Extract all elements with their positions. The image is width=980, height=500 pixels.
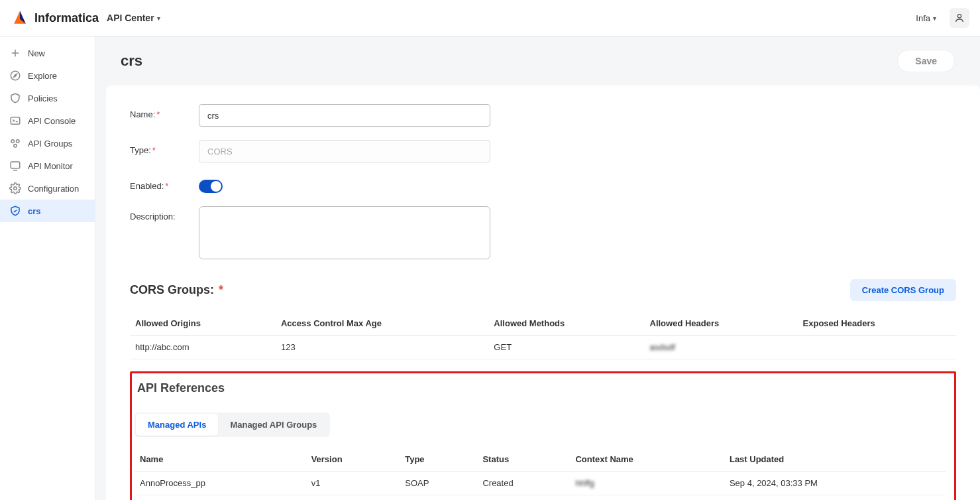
plus-icon	[9, 47, 21, 59]
content-area: crs Save Name:* Type:* Enabled:*	[95, 36, 980, 500]
cell-max-age: 123	[276, 336, 488, 359]
group-icon	[9, 137, 21, 149]
cell-type: SOAP	[400, 471, 477, 495]
sidebar-item-label: API Monitor	[28, 161, 73, 171]
col-type: Type	[400, 448, 477, 471]
type-label: Type:*	[130, 140, 199, 155]
svg-point-12	[14, 187, 17, 190]
table-header-row: Name Version Type Status Context Name La…	[135, 448, 946, 471]
save-button[interactable]: Save	[897, 50, 955, 72]
console-icon	[9, 115, 21, 127]
app-header: Informatica API Center ▾ Infa ▾	[0, 0, 980, 36]
monitor-icon	[9, 160, 21, 172]
org-name: Infa	[916, 13, 930, 23]
cell-allowed-origins: http://abc.com	[130, 336, 276, 359]
col-status: Status	[477, 448, 570, 471]
sidebar-item-api-groups[interactable]: API Groups	[0, 132, 95, 155]
svg-point-2	[957, 15, 961, 18]
name-input[interactable]	[199, 104, 490, 127]
cors-groups-title: CORS Groups: *	[130, 283, 850, 297]
page-title: crs	[121, 52, 897, 70]
cell-last-updated: Sep 4, 2024, 03:33 PM	[724, 471, 946, 495]
chevron-down-icon[interactable]: ▾	[157, 15, 160, 22]
sidebar-item-configuration[interactable]: Configuration	[0, 177, 95, 200]
api-references-title: API References	[135, 377, 946, 395]
org-switcher[interactable]: Infa ▾	[916, 13, 936, 23]
description-textarea[interactable]	[199, 206, 490, 259]
create-cors-group-button[interactable]: Create CORS Group	[850, 279, 956, 301]
cell-allowed-methods: GET	[488, 336, 644, 359]
svg-point-10	[14, 145, 17, 148]
sidebar-item-label: Configuration	[28, 184, 79, 194]
informatica-logo	[11, 9, 29, 27]
sidebar-item-policies[interactable]: Policies	[0, 87, 95, 109]
sidebar-item-new[interactable]: New	[0, 42, 95, 64]
cell-version: v1	[306, 471, 400, 495]
compass-icon	[9, 70, 21, 82]
cell-allowed-headers: asdsdf	[645, 336, 798, 359]
gear-icon	[9, 182, 21, 194]
sidebar-item-label: New	[28, 48, 45, 58]
cell-context-name: hhffg	[570, 471, 724, 495]
sidebar: New Explore Policies API Console API Gro…	[0, 36, 95, 500]
cell-name: AnnoProcess_pp	[135, 471, 306, 495]
enabled-toggle[interactable]	[199, 180, 223, 193]
shield-check-icon	[9, 205, 21, 217]
sidebar-item-crs[interactable]: crs	[0, 200, 95, 222]
svg-rect-7	[11, 117, 20, 125]
enabled-label: Enabled:*	[130, 176, 199, 191]
svg-marker-6	[14, 74, 17, 78]
description-label: Description:	[130, 206, 199, 221]
svg-point-8	[11, 140, 15, 143]
user-avatar[interactable]	[950, 8, 969, 28]
api-references-highlight: API References Managed APIs Managed API …	[130, 371, 956, 500]
cell-exposed-headers	[798, 336, 956, 359]
col-context-name: Context Name	[570, 448, 724, 471]
policy-card: Name:* Type:* Enabled:*	[106, 86, 980, 500]
col-exposed-headers: Exposed Headers	[798, 312, 956, 336]
api-references-table: Name Version Type Status Context Name La…	[135, 448, 946, 495]
sidebar-item-api-console[interactable]: API Console	[0, 109, 95, 132]
svg-point-9	[17, 140, 20, 143]
cell-status: Created	[477, 471, 570, 495]
chevron-down-icon: ▾	[933, 15, 936, 22]
col-last-updated: Last Updated	[724, 448, 946, 471]
col-max-age: Access Control Max Age	[276, 312, 488, 336]
sidebar-item-label: crs	[28, 206, 41, 216]
cors-groups-table: Allowed Origins Access Control Max Age A…	[130, 312, 956, 359]
col-allowed-origins: Allowed Origins	[130, 312, 276, 336]
api-ref-tabs: Managed APIs Managed API Groups	[135, 412, 330, 437]
sidebar-item-label: API Console	[28, 116, 76, 126]
col-allowed-methods: Allowed Methods	[488, 312, 644, 336]
sidebar-item-label: API Groups	[28, 139, 72, 149]
table-header-row: Allowed Origins Access Control Max Age A…	[130, 312, 956, 336]
tab-managed-apis[interactable]: Managed APIs	[136, 414, 218, 436]
brand-name: Informatica	[34, 11, 99, 25]
sidebar-item-explore[interactable]: Explore	[0, 64, 95, 87]
col-version: Version	[306, 448, 400, 471]
name-label: Name:*	[130, 104, 199, 119]
sidebar-item-label: Explore	[28, 71, 57, 81]
col-allowed-headers: Allowed Headers	[645, 312, 798, 336]
tab-managed-api-groups[interactable]: Managed API Groups	[218, 414, 329, 436]
sidebar-item-api-monitor[interactable]: API Monitor	[0, 155, 95, 177]
svg-rect-11	[11, 162, 20, 168]
app-name[interactable]: API Center	[107, 13, 154, 23]
table-row[interactable]: AnnoProcess_pp v1 SOAP Created hhffg Sep…	[135, 471, 946, 495]
sidebar-item-label: Policies	[28, 94, 58, 103]
table-row[interactable]: http://abc.com 123 GET asdsdf	[130, 336, 956, 359]
type-input	[199, 140, 490, 162]
col-name: Name	[135, 448, 306, 471]
shield-icon	[9, 92, 21, 104]
